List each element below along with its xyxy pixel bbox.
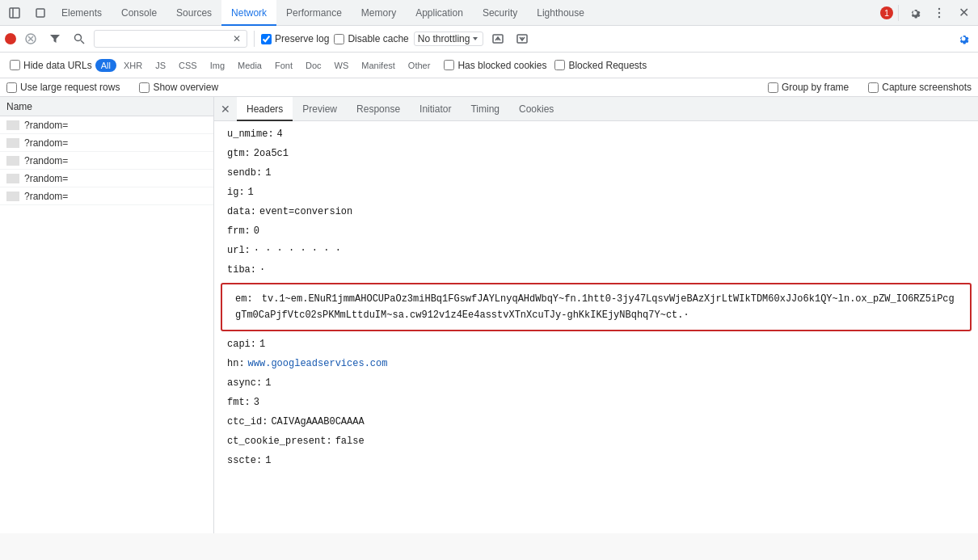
param-key: ctc_id: <box>227 414 268 430</box>
tab-lighthouse[interactable]: Lighthouse <box>527 0 594 26</box>
list-item[interactable]: ?random= <box>0 187 213 205</box>
param-key: ct_cookie_present: <box>227 433 332 449</box>
param-key: sscte: <box>227 453 262 469</box>
clear-search-icon[interactable]: ✕ <box>230 32 243 45</box>
settings-icon[interactable] <box>904 2 926 24</box>
tab-network[interactable]: Network <box>221 0 276 26</box>
dock-icon[interactable] <box>3 2 26 24</box>
tab-security[interactable]: Security <box>473 0 527 26</box>
show-overview-option[interactable]: Show overview <box>139 82 218 93</box>
tab-application[interactable]: Application <box>406 0 473 26</box>
tab-sources[interactable]: Sources <box>167 0 221 26</box>
param-row: fmt: 3 <box>214 393 978 412</box>
svg-point-5 <box>938 15 940 17</box>
tab-console[interactable]: Console <box>112 0 167 26</box>
filter-ws[interactable]: WS <box>329 59 355 72</box>
param-key: ig: <box>227 184 245 200</box>
param-value: 1 <box>265 165 271 181</box>
tab-elements[interactable]: Elements <box>52 0 112 26</box>
param-row: url: · · · · · · · · <box>214 241 978 260</box>
param-row: data: event=conversion <box>214 202 978 221</box>
param-key: capi: <box>227 336 256 352</box>
detail-tab-preview[interactable]: Preview <box>293 97 347 121</box>
param-value: 3 <box>254 394 259 411</box>
param-row: ctc_id: CAIVAgAAAB0CAAAA <box>214 412 978 432</box>
options-row: Use large request rows Show overview Gro… <box>0 78 978 97</box>
record-button[interactable] <box>5 33 16 44</box>
filter-js[interactable]: JS <box>150 59 171 72</box>
request-type-icon <box>6 138 19 148</box>
list-item[interactable]: ?random= <box>0 116 213 134</box>
svg-rect-0 <box>10 8 19 18</box>
throttle-selector[interactable]: No throttling <box>414 32 484 46</box>
list-item[interactable]: ?random= <box>0 170 213 187</box>
param-value: 0 <box>254 223 259 239</box>
preserve-log-checkbox[interactable]: Preserve log <box>261 33 329 44</box>
filter-css[interactable]: CSS <box>173 59 203 72</box>
export-har-icon[interactable] <box>512 29 532 48</box>
clear-button[interactable] <box>21 29 40 48</box>
tab-bar-actions: 1 ✕ <box>880 2 978 24</box>
tab-memory[interactable]: Memory <box>352 0 406 26</box>
close-devtools-icon[interactable]: ✕ <box>952 2 975 24</box>
import-har-icon[interactable] <box>488 29 508 48</box>
list-item[interactable]: ?random= <box>0 134 213 152</box>
filter-input[interactable] <box>98 33 227 44</box>
filter-img[interactable]: Img <box>204 59 230 72</box>
param-row: u_nmime: 4 <box>214 124 978 144</box>
param-key: async: <box>227 375 262 391</box>
svg-point-9 <box>75 35 82 41</box>
highlighted-param-row: em: tv.1~em.ENuR1jmmAHOCUPaOz3miHBq1FGsw… <box>221 283 972 331</box>
top-tab-bar: Elements Console Sources Network Perform… <box>0 0 978 26</box>
filter-icon[interactable] <box>45 29 65 48</box>
request-list: Name ?random= ?random= ?random= ?random=… <box>0 97 214 533</box>
search-box: ✕ <box>94 30 247 48</box>
param-row: sscte: 1 <box>214 451 978 470</box>
hide-data-urls-checkbox[interactable]: Hide data URLs <box>10 60 92 71</box>
capture-screenshots-option[interactable]: Capture screenshots <box>868 82 972 93</box>
blocked-requests-checkbox[interactable]: Blocked Requests <box>554 60 647 71</box>
disable-cache-checkbox[interactable]: Disable cache <box>334 33 408 44</box>
detail-tab-cookies[interactable]: Cookies <box>509 97 563 121</box>
list-header: Name <box>0 97 213 116</box>
tab-performance[interactable]: Performance <box>276 0 352 26</box>
param-key: fmt: <box>227 394 251 411</box>
more-options-icon[interactable] <box>928 2 951 24</box>
filter-font[interactable]: Font <box>269 59 298 72</box>
devtools-settings-icon[interactable] <box>954 29 973 48</box>
filter-xhr[interactable]: XHR <box>118 59 148 72</box>
svg-point-3 <box>938 7 940 9</box>
detail-tab-response[interactable]: Response <box>347 97 410 121</box>
param-value[interactable]: tv.1~em.ENuR1jmmAHOCUPaOz3miHBq1FGswfJAY… <box>235 293 955 321</box>
param-value: 4 <box>277 126 283 142</box>
param-key: em: <box>235 293 253 305</box>
param-row: gtm: 2oa5c1 <box>214 144 978 163</box>
tab-list: Elements Console Sources Network Perform… <box>3 0 594 26</box>
detail-tab-initiator[interactable]: Initiator <box>410 97 461 121</box>
request-type-icon <box>6 192 19 201</box>
filter-manifest[interactable]: Manifest <box>356 59 401 72</box>
param-row: ct_cookie_present: false <box>214 432 978 451</box>
param-key: url: <box>227 242 251 259</box>
use-large-rows-option[interactable]: Use large request rows <box>6 82 120 93</box>
param-key: data: <box>227 204 256 220</box>
filter-doc[interactable]: Doc <box>300 59 327 72</box>
main-area: Name ?random= ?random= ?random= ?random=… <box>0 97 978 533</box>
param-row: hn: www.googleadservices.com <box>214 354 978 373</box>
filter-media[interactable]: Media <box>232 59 268 72</box>
detail-tabs: ✕ Headers Preview Response Initiator Tim… <box>214 97 978 121</box>
filter-all[interactable]: All <box>95 59 116 72</box>
close-detail-button[interactable]: ✕ <box>217 101 234 117</box>
has-blocked-cookies-checkbox[interactable]: Has blocked cookies <box>444 60 546 71</box>
detail-tab-headers[interactable]: Headers <box>237 97 293 121</box>
params-container: u_nmime: 4gtm: 2oa5c1sendb: 1ig: 1data: … <box>214 124 978 470</box>
group-by-frame-option[interactable]: Group by frame <box>768 82 849 93</box>
param-key: sendb: <box>227 165 262 181</box>
param-row: capi: 1 <box>214 335 978 354</box>
undock-icon[interactable] <box>29 2 52 24</box>
filter-other[interactable]: Other <box>403 59 436 72</box>
param-value: false <box>335 433 365 449</box>
search-icon[interactable] <box>70 29 89 48</box>
list-item[interactable]: ?random= <box>0 152 213 170</box>
detail-tab-timing[interactable]: Timing <box>461 97 509 121</box>
